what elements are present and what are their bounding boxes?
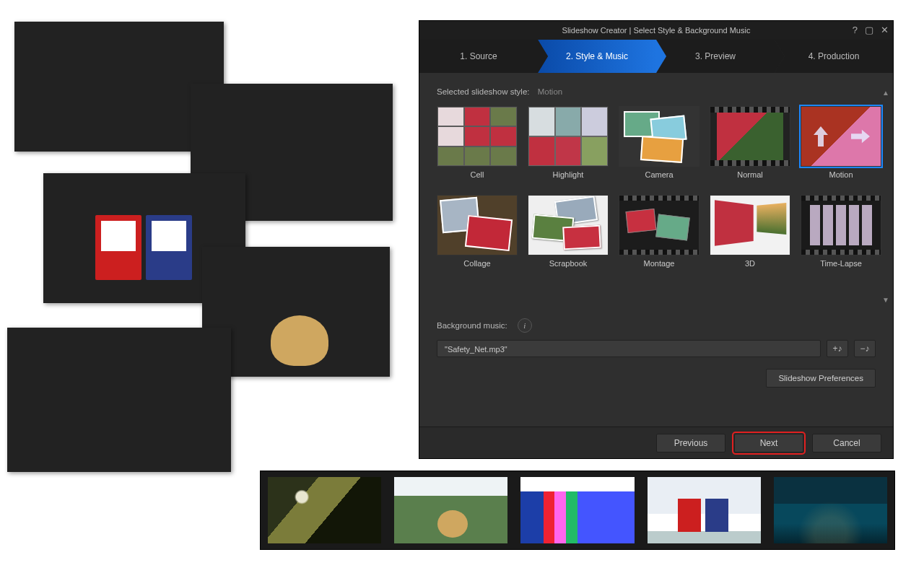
style-thumb-scrapbook <box>528 195 609 255</box>
style-tile-cell[interactable]: Cell <box>437 106 518 179</box>
arrow-up-icon <box>813 126 829 146</box>
scroll-down-icon[interactable]: ▼ <box>882 296 889 304</box>
style-thumb-normal <box>710 106 790 167</box>
style-grid: Cell Highlight Camera Normal <box>437 106 881 268</box>
step-preview[interactable]: 3. Preview <box>656 40 775 73</box>
photo-pile <box>0 0 404 476</box>
style-tile-camera[interactable]: Camera <box>619 106 699 179</box>
slideshow-preferences-button[interactable]: Slideshow Preferences <box>766 369 876 388</box>
style-thumb-montage <box>619 195 699 255</box>
style-thumb-highlight <box>528 106 609 167</box>
style-thumb-collage <box>437 195 518 255</box>
filmstrip-thumb-vending-machines[interactable] <box>648 477 761 543</box>
arrow-right-icon <box>851 128 870 145</box>
filmstrip-thumb-snow-branches[interactable] <box>268 477 381 543</box>
window-titlebar: Slideshow Creator | Select Style & Backg… <box>419 21 893 40</box>
remove-music-button[interactable]: −♪ <box>854 340 876 357</box>
pile-photo-night-city <box>7 328 231 472</box>
previous-button[interactable]: Previous <box>656 434 725 452</box>
style-tile-scrapbook[interactable]: Scrapbook <box>528 195 609 268</box>
filmstrip-thumb-night-city[interactable] <box>774 477 887 543</box>
window-title: Slideshow Creator | Select Style & Backg… <box>562 26 751 35</box>
filmstrip-thumb-person-hat[interactable] <box>394 477 507 543</box>
wizard-footer: Previous Next Cancel <box>419 427 893 458</box>
style-thumb-time-lapse <box>801 195 881 255</box>
scroll-up-icon[interactable]: ▲ <box>882 89 889 97</box>
add-music-button[interactable]: +♪ <box>827 340 848 357</box>
selected-style-label: Selected slideshow style: Motion <box>437 87 876 96</box>
bgm-field[interactable]: "Safety_Net.mp3" <box>437 340 821 357</box>
cancel-button[interactable]: Cancel <box>812 434 881 452</box>
bgm-label: Background music: <box>437 321 507 330</box>
close-icon[interactable]: ✕ <box>881 21 889 40</box>
step-style-music[interactable]: 2. Style & Music <box>538 40 656 73</box>
style-thumb-cell <box>437 106 518 167</box>
step-source[interactable]: 1. Source <box>419 40 538 73</box>
style-thumb-motion <box>801 106 881 167</box>
info-icon[interactable]: i <box>518 318 532 333</box>
maximize-icon[interactable]: ▢ <box>865 21 873 40</box>
style-tile-montage[interactable]: Montage <box>619 195 699 268</box>
wizard-steps: 1. Source 2. Style & Music 3. Preview 4.… <box>419 40 893 73</box>
selected-style-value: Motion <box>538 87 563 96</box>
help-icon[interactable]: ? <box>853 21 858 40</box>
filmstrip <box>260 471 895 550</box>
filmstrip-thumb-convenience-store[interactable] <box>520 477 634 543</box>
style-thumb-3d <box>710 195 790 255</box>
style-tile-highlight[interactable]: Highlight <box>528 106 609 179</box>
style-tile-time-lapse[interactable]: Time-Lapse <box>801 195 881 268</box>
next-button[interactable]: Next <box>734 434 803 452</box>
style-scrollbar[interactable]: ▲ ▼ <box>881 89 890 304</box>
style-tile-3d[interactable]: 3D <box>710 195 790 268</box>
step-production[interactable]: 4. Production <box>775 40 893 73</box>
style-tile-collage[interactable]: Collage <box>437 195 518 268</box>
style-tile-normal[interactable]: Normal <box>710 106 790 179</box>
slideshow-creator-window: Slideshow Creator | Select Style & Backg… <box>419 20 894 459</box>
style-thumb-camera <box>619 106 699 167</box>
background-music-section: Background music: i "Safety_Net.mp3" +♪ … <box>437 318 876 357</box>
style-tile-motion[interactable]: Motion <box>801 106 881 179</box>
